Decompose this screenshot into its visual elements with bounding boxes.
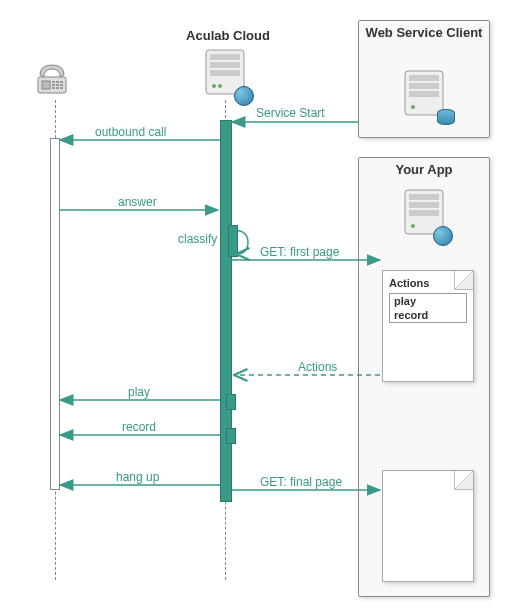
svg-rect-10 [60, 87, 63, 89]
svg-point-15 [212, 84, 216, 88]
doc-action-item: record [390, 308, 466, 322]
label-record: record [122, 420, 156, 434]
activation-cloud-main [220, 120, 232, 502]
svg-rect-7 [60, 84, 63, 86]
final-document [382, 470, 474, 582]
activation-cloud-record [226, 428, 236, 444]
globe-icon [433, 226, 453, 246]
svg-rect-14 [210, 70, 240, 76]
svg-rect-19 [409, 83, 439, 89]
database-icon [437, 109, 455, 125]
label-get-final: GET: final page [260, 475, 342, 489]
globe-icon [234, 86, 254, 106]
lane-title-cloud: Aculab Cloud [178, 28, 278, 43]
svg-rect-9 [56, 87, 59, 89]
svg-rect-3 [56, 81, 59, 83]
svg-point-21 [411, 105, 415, 109]
svg-rect-8 [52, 87, 55, 89]
label-hang-up: hang up [116, 470, 159, 484]
actions-document: Actions play record [382, 270, 474, 382]
your-app-title: Your App [359, 158, 489, 179]
svg-rect-23 [409, 194, 439, 200]
svg-rect-2 [52, 81, 55, 83]
svg-rect-5 [52, 84, 55, 86]
label-answer: answer [118, 195, 157, 209]
doc-action-list: play record [389, 293, 467, 323]
label-service-start: Service Start [256, 106, 325, 120]
activation-cloud-classify [228, 225, 238, 257]
activation-cloud-play [226, 394, 236, 410]
app-server-icon [401, 184, 447, 240]
label-play: play [128, 385, 150, 399]
svg-rect-18 [409, 75, 439, 81]
label-outbound-call: outbound call [95, 125, 166, 139]
svg-rect-6 [56, 84, 59, 86]
svg-rect-1 [42, 81, 50, 89]
label-get-first: GET: first page [260, 245, 339, 259]
svg-rect-13 [210, 62, 240, 68]
label-classify: classify [178, 232, 217, 246]
web-service-client-title: Web Service Client [359, 21, 489, 43]
doc-action-item: play [390, 294, 466, 308]
doc-heading: Actions [383, 271, 473, 291]
svg-rect-24 [409, 202, 439, 208]
svg-rect-4 [60, 81, 63, 83]
label-actions: Actions [298, 360, 337, 374]
web-service-client-box: Web Service Client [358, 20, 490, 138]
client-server-icon [401, 65, 447, 121]
svg-rect-25 [409, 210, 439, 216]
svg-point-16 [218, 84, 222, 88]
phone-icon [34, 55, 76, 97]
svg-rect-12 [210, 54, 240, 60]
activation-phone [50, 138, 60, 490]
cloud-server-icon [202, 44, 248, 100]
svg-point-26 [411, 224, 415, 228]
svg-rect-20 [409, 91, 439, 97]
